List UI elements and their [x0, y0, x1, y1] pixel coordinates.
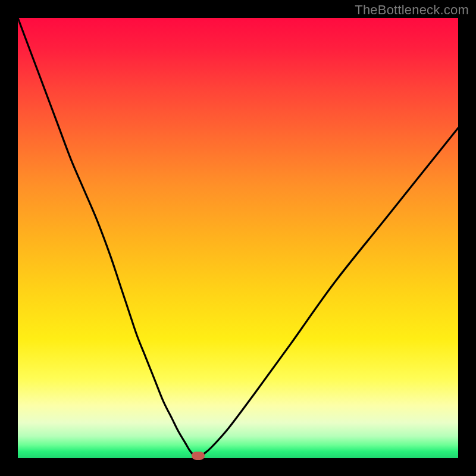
bottleneck-curve	[18, 18, 458, 458]
optimal-point-marker	[192, 452, 205, 460]
plot-area	[18, 18, 458, 458]
watermark-text: TheBottleneck.com	[355, 2, 469, 18]
chart-frame: TheBottleneck.com	[0, 0, 476, 476]
